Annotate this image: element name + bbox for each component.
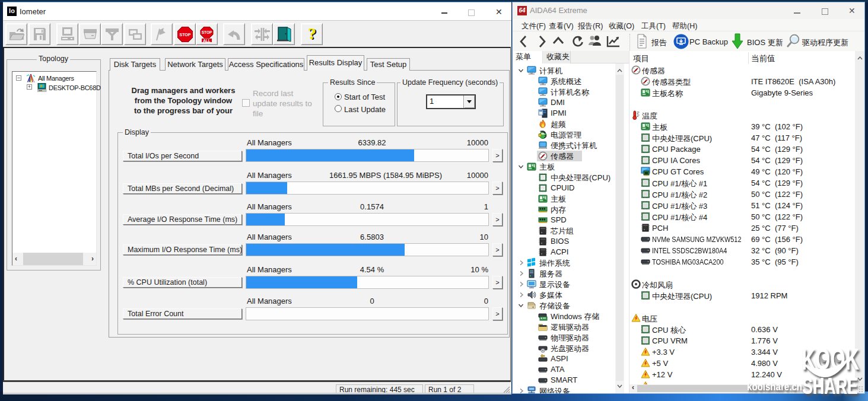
svg-text:?: ? xyxy=(308,27,316,42)
svg-text:ALL: ALL xyxy=(203,39,211,43)
svg-text:koolshare.cn: koolshare.cn xyxy=(747,380,802,393)
svg-text:STOP: STOP xyxy=(201,30,212,34)
svg-text:STOP: STOP xyxy=(179,33,190,37)
svg-text:SHARE: SHARE xyxy=(802,374,858,399)
